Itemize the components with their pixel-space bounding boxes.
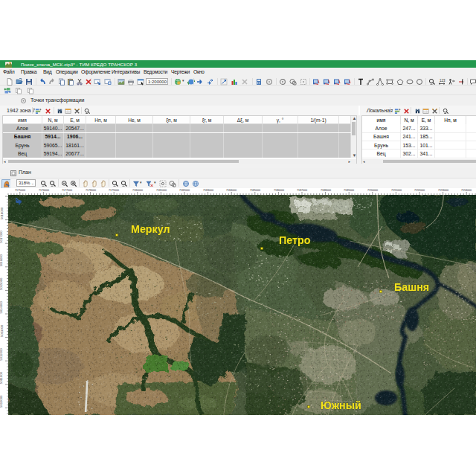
svg-text:5015000: 5015000 (0, 277, 4, 290)
svg-text:Южный: Южный (321, 399, 361, 411)
svg-text:5017000: 5017000 (0, 231, 4, 243)
svg-text:5013000: 5013000 (0, 324, 4, 337)
svg-text:5012000: 5012000 (0, 348, 4, 361)
svg-text:Петро: Петро (279, 234, 311, 246)
svg-text:5014000: 5014000 (0, 301, 4, 314)
svg-text:Башня: Башня (394, 281, 429, 293)
svg-text:5018000: 5018000 (0, 207, 4, 219)
svg-text:5010000: 5010000 (0, 395, 4, 408)
svg-text:Меркул: Меркул (131, 223, 170, 235)
svg-text:123: 123 (440, 79, 446, 83)
svg-text:5016000: 5016000 (0, 254, 4, 266)
svg-text:5011000: 5011000 (0, 372, 4, 385)
